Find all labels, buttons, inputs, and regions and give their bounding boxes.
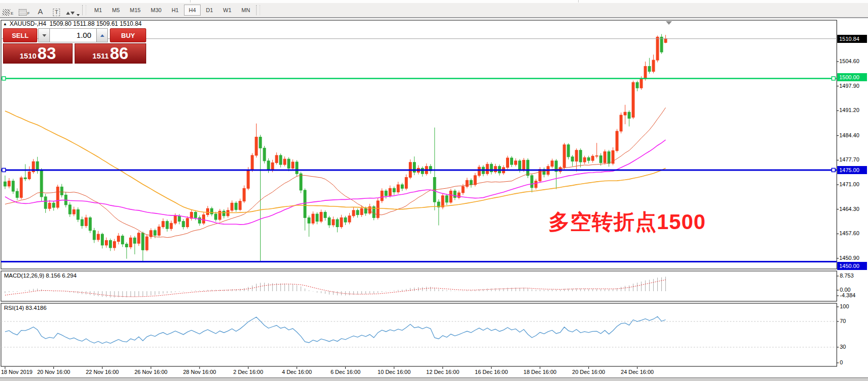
date-axis-label: 26 Nov 16:00 — [135, 369, 167, 375]
volume-input[interactable]: 1.00 — [50, 28, 96, 42]
date-axis-label: 28 Nov 16:00 — [183, 369, 216, 375]
sell-price-base: 1510 — [20, 51, 36, 60]
price-axis-label: 1491.20 — [839, 107, 859, 113]
macd-axis-label: -4.384 — [840, 292, 855, 298]
line-handle[interactable] — [832, 77, 835, 80]
rsi-axis-label: 0 — [840, 359, 843, 365]
rsi-axis-label: 30 — [840, 344, 846, 350]
candle — [603, 149, 606, 165]
candle — [450, 189, 452, 204]
line-handle[interactable] — [2, 77, 6, 80]
candle — [567, 143, 570, 159]
date-axis-label: 20 Dec 16:00 — [572, 369, 605, 375]
date-axis-label: 22 Nov 16:00 — [86, 369, 118, 375]
candle — [40, 168, 43, 201]
price-axis-label: 1457.60 — [839, 230, 859, 236]
trading-terminal: E F A T M1M5M15M30H1H4D1W1MN ▲ XAUUSD-,H… — [0, 0, 868, 381]
candle — [620, 113, 623, 133]
candle — [146, 235, 148, 251]
candle — [632, 81, 635, 119]
date-axis-label: 24 Dec 16:00 — [621, 369, 654, 375]
volume-increase-button[interactable] — [96, 28, 108, 42]
rsi-axis-label: 70 — [840, 318, 846, 324]
date-axis-label: 2 Dec 16:00 — [233, 369, 263, 375]
candle — [56, 185, 59, 209]
macd-label: MACD(12,26,9) 8.156 6.294 — [4, 273, 77, 279]
line-handle[interactable] — [2, 168, 6, 172]
buy-price-pips: 86 — [110, 45, 129, 62]
candle — [656, 35, 659, 62]
candle — [527, 158, 529, 178]
macd-axis-label: 8.753 — [840, 273, 854, 279]
candle — [563, 143, 566, 169]
candle — [616, 129, 618, 152]
level-badge-1500: 1500.00 — [837, 73, 867, 81]
symbol-timeframe: XAUUSD-,H4 — [10, 20, 46, 27]
date-axis-label: 20 Nov 16:00 — [37, 369, 70, 375]
sell-price-pips: 83 — [37, 45, 56, 62]
price-axis-label: 1471.00 — [839, 181, 859, 187]
candle — [506, 156, 509, 170]
sell-button[interactable]: SELL — [3, 28, 37, 42]
price-axis-label: 1497.90 — [839, 83, 859, 89]
ohlc-values: 1509.80 1511.88 1509.61 1510.84 — [49, 20, 142, 27]
line-handle[interactable] — [832, 168, 835, 172]
level-badge-1450: 1450.00 — [837, 262, 867, 270]
buy-button[interactable]: BUY — [110, 28, 146, 42]
candle — [263, 146, 266, 164]
date-axis-label: 6 Dec 16:00 — [331, 369, 360, 375]
price-axis-label: 1484.40 — [839, 132, 859, 138]
candle — [20, 176, 23, 199]
candle — [660, 34, 663, 54]
date-axis-label: 10 Dec 16:00 — [378, 369, 410, 375]
volume-decrease-button[interactable] — [38, 28, 50, 42]
level-badge-1475: 1475.00 — [837, 166, 867, 174]
candle — [89, 216, 91, 233]
rsi-panel — [1, 303, 837, 366]
buy-price-base: 1511 — [92, 51, 109, 60]
candle — [486, 162, 488, 176]
chart-title: XAUUSD-,H4 1509.80 1511.88 1509.61 1510.… — [10, 20, 142, 27]
collapse-chart-icon[interactable]: ▲ — [3, 22, 7, 26]
price-axis-label: 1504.60 — [839, 58, 859, 64]
current-price-badge: 1510.84 — [837, 35, 867, 43]
rsi-label: RSI(14) 83.4186 — [4, 305, 46, 311]
rsi-axis-label: 100 — [840, 303, 849, 309]
candle — [251, 153, 254, 172]
price-axis-label: 1464.30 — [839, 206, 859, 212]
sell-price-button[interactable]: 1510 83 — [3, 43, 73, 64]
candle — [442, 193, 444, 209]
date-axis-label: 18 Dec 16:00 — [524, 369, 556, 375]
date-axis-label: 12 Dec 16:00 — [426, 369, 459, 375]
chart-annotation[interactable]: 多空转折点1500 — [548, 208, 706, 236]
buy-price-button[interactable]: 1511 86 — [75, 43, 146, 64]
date-axis-label: 18 Nov 2019 — [1, 369, 32, 375]
date-axis-label: 4 Dec 16:00 — [282, 369, 312, 375]
price-axis-label: 1450.90 — [839, 255, 859, 261]
price-axis-label: 1477.70 — [839, 156, 859, 162]
date-axis-label: 16 Dec 16:00 — [475, 369, 508, 375]
horizontal-scrollbar[interactable] — [0, 377, 868, 381]
one-click-trade-panel: SELL 1.00 BUY 1510 83 1511 86 — [3, 28, 146, 64]
